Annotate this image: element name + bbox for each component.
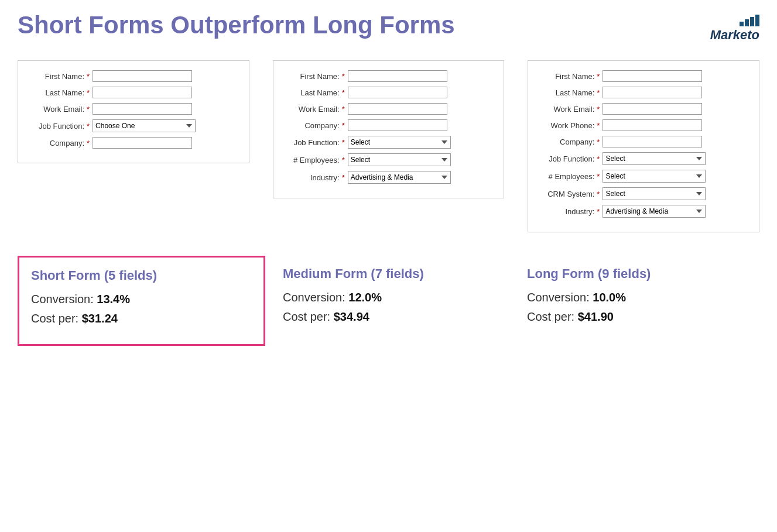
label-jobfunction-long: Job Function:: [539, 155, 594, 163]
required-star: *: [597, 88, 600, 97]
required-star: *: [87, 88, 90, 97]
label-email-short: Work Email:: [29, 105, 84, 114]
input-email-medium[interactable]: [348, 103, 447, 115]
conversion-value-long: 10.0%: [593, 291, 626, 304]
input-company-short[interactable]: [93, 137, 192, 149]
required-star: *: [597, 138, 600, 146]
required-star: *: [87, 139, 90, 147]
stat-cost-long: Cost per: $41.90: [527, 310, 748, 324]
required-star: *: [597, 121, 600, 130]
select-employees-medium[interactable]: Select: [348, 153, 451, 166]
input-email-long[interactable]: [603, 103, 702, 115]
input-phone-long[interactable]: [603, 119, 702, 131]
label-employees-long: # Employees:: [539, 172, 594, 181]
stat-box-long: Long Form (9 fields) Conversion: 10.0% C…: [515, 256, 759, 346]
form-row-firstname-short: First Name: *: [29, 70, 238, 82]
label-jobfunction-short: Job Function:: [29, 122, 84, 131]
stat-title-long: Long Form (9 fields): [527, 266, 748, 282]
form-row-jobfunction-medium: Job Function: * Select: [284, 136, 494, 149]
bar3: [750, 17, 754, 26]
label-firstname-short: First Name:: [29, 72, 84, 81]
stat-cost-medium: Cost per: $34.94: [283, 310, 504, 324]
stat-title-short: Short Form (5 fields): [31, 268, 252, 283]
bar2: [745, 19, 749, 26]
form-row-company-long: Company: *: [539, 136, 748, 147]
required-star: *: [597, 105, 600, 114]
label-phone-long: Work Phone:: [539, 121, 594, 130]
forms-container: First Name: * Last Name: * Work Email: *…: [18, 60, 759, 232]
input-firstname-short[interactable]: [93, 70, 192, 82]
select-industry-medium[interactable]: Advertising & Media: [348, 171, 451, 184]
cost-value-short: $31.24: [82, 312, 118, 325]
input-lastname-medium[interactable]: [348, 87, 447, 98]
stat-conversion-long: Conversion: 10.0%: [527, 291, 748, 304]
required-star: *: [597, 172, 600, 181]
cost-value-medium: $34.94: [334, 310, 369, 323]
label-industry-medium: Industry:: [284, 173, 340, 182]
label-industry-long: Industry:: [539, 207, 594, 216]
required-star: *: [597, 190, 600, 198]
form-row-firstname-long: First Name: *: [539, 70, 748, 82]
conversion-label-long: Conversion:: [527, 291, 590, 304]
label-employees-medium: # Employees:: [284, 156, 340, 164]
required-star: *: [87, 72, 90, 81]
required-star: *: [87, 105, 90, 114]
required-star: *: [597, 72, 600, 81]
required-star: *: [342, 72, 345, 81]
required-star: *: [597, 155, 600, 163]
form-row-lastname-medium: Last Name: *: [284, 87, 494, 98]
label-lastname-medium: Last Name:: [284, 88, 340, 97]
cost-label-medium: Cost per:: [283, 310, 330, 323]
conversion-value-medium: 12.0%: [348, 291, 382, 304]
select-crm-long[interactable]: Select: [603, 187, 706, 200]
cost-label-long: Cost per:: [527, 310, 574, 323]
form-row-phone-long: Work Phone: *: [539, 119, 748, 131]
label-firstname-long: First Name:: [539, 72, 594, 81]
bar4: [755, 15, 759, 26]
long-form: First Name: * Last Name: * Work Email: *…: [528, 60, 759, 232]
input-email-short[interactable]: [93, 103, 192, 115]
stat-title-medium: Medium Form (7 fields): [283, 266, 504, 282]
form-row-jobfunction-long: Job Function: * Select: [539, 152, 748, 165]
medium-form: First Name: * Last Name: * Work Email: *…: [273, 60, 505, 198]
bar1: [740, 22, 744, 26]
form-row-email-medium: Work Email: *: [284, 103, 494, 115]
form-row-jobfunction-short: Job Function: * Choose One: [29, 119, 238, 132]
select-jobfunction-medium[interactable]: Select: [348, 136, 451, 149]
main-title: Short Forms Outperform Long Forms: [18, 12, 455, 39]
stat-conversion-medium: Conversion: 12.0%: [283, 291, 504, 304]
form-row-employees-medium: # Employees: * Select: [284, 153, 494, 166]
input-firstname-medium[interactable]: [348, 70, 447, 82]
required-star: *: [342, 121, 345, 130]
input-company-long[interactable]: [603, 136, 702, 147]
input-lastname-long[interactable]: [603, 87, 702, 98]
required-star: *: [342, 173, 345, 182]
marketo-bars-icon: [740, 15, 759, 26]
stat-conversion-short: Conversion: 13.4%: [31, 293, 252, 306]
label-firstname-medium: First Name:: [284, 72, 340, 81]
marketo-logo-text: Marketo: [710, 28, 759, 43]
form-row-email-long: Work Email: *: [539, 103, 748, 115]
select-employees-long[interactable]: Select: [603, 170, 706, 183]
label-email-medium: Work Email:: [284, 105, 340, 114]
input-lastname-short[interactable]: [93, 87, 192, 98]
short-form: First Name: * Last Name: * Work Email: *…: [18, 60, 249, 163]
marketo-logo: Marketo: [710, 15, 759, 43]
stats-container: Short Form (5 fields) Conversion: 13.4% …: [18, 256, 759, 346]
label-jobfunction-medium: Job Function:: [284, 138, 340, 147]
select-industry-long[interactable]: Advertising & Media: [603, 205, 706, 218]
label-lastname-long: Last Name:: [539, 88, 594, 97]
required-star: *: [597, 207, 600, 216]
form-row-industry-medium: Industry: * Advertising & Media: [284, 171, 494, 184]
form-row-lastname-short: Last Name: *: [29, 87, 238, 98]
input-firstname-long[interactable]: [603, 70, 702, 82]
label-company-short: Company:: [29, 139, 84, 147]
input-company-medium[interactable]: [348, 119, 447, 131]
form-row-lastname-long: Last Name: *: [539, 87, 748, 98]
select-jobfunction-short[interactable]: Choose One: [93, 119, 196, 132]
select-jobfunction-long[interactable]: Select: [603, 152, 706, 165]
stat-box-short: Short Form (5 fields) Conversion: 13.4% …: [18, 256, 265, 346]
label-crm-long: CRM System:: [539, 190, 594, 198]
label-company-medium: Company:: [284, 121, 340, 130]
required-star: *: [342, 88, 345, 97]
